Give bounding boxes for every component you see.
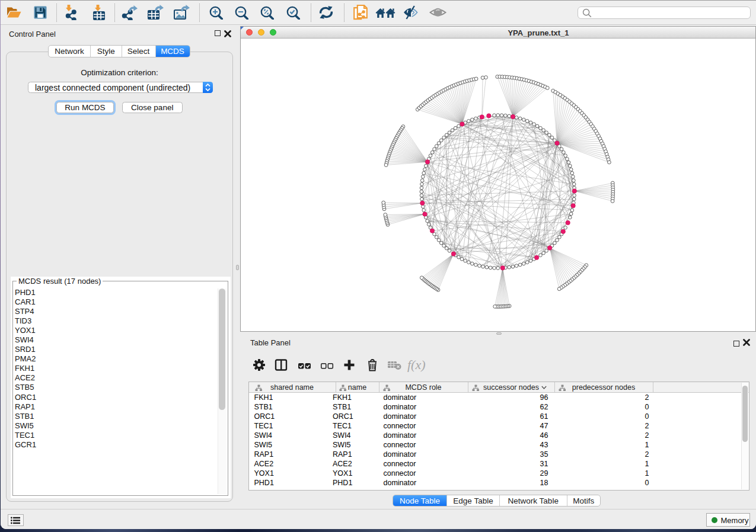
svg-text:f(x): f(x) (407, 357, 426, 372)
